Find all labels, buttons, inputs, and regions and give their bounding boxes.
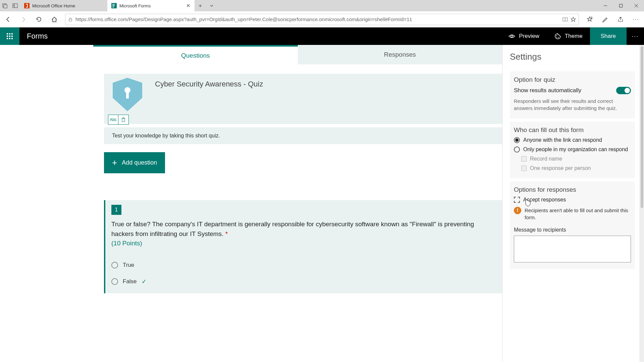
tab-chevron-icon[interactable] — [206, 0, 217, 11]
responses-heading: Options for responses — [514, 186, 631, 193]
question-number: 1 — [111, 205, 121, 215]
settings-group-quiz: Option for quiz Show results automatical… — [510, 71, 635, 118]
image-delete-button[interactable] — [118, 115, 128, 124]
svg-rect-10 — [620, 4, 623, 7]
app-header: Forms Preview Theme Share ··· — [0, 27, 644, 45]
home-button[interactable] — [50, 15, 59, 24]
close-tab-icon[interactable]: ✕ — [186, 3, 191, 9]
tab-aside-icon[interactable] — [11, 2, 19, 9]
answer-false[interactable]: False ✓ — [111, 278, 502, 285]
share-page-icon[interactable] — [616, 15, 625, 24]
question-text: True or false? The company's IT departme… — [105, 215, 502, 248]
svg-rect-2 — [13, 4, 17, 8]
form-designer: Questions Responses Abc Cyber Security A… — [93, 45, 502, 362]
address-bar[interactable]: https://forms.office.com/Pages/DesignPag… — [65, 14, 579, 25]
vertical-scrollbar[interactable]: ▴ — [640, 45, 644, 362]
quiz-heading: Option for quiz — [514, 76, 631, 83]
show-results-toggle[interactable] — [616, 87, 631, 94]
record-name-option: Record name — [521, 156, 631, 162]
refresh-button[interactable] — [34, 15, 44, 24]
one-response-label: One response per person — [530, 165, 591, 171]
waffle-icon — [7, 33, 13, 39]
svg-rect-4 — [24, 3, 30, 8]
accept-responses-warning: ! Recipients aren't able to fill out and… — [514, 207, 631, 221]
tab-responses-label: Responses — [384, 51, 416, 58]
app-launcher-button[interactable] — [0, 27, 19, 45]
tab-responses[interactable]: Responses — [298, 45, 502, 64]
tab-title: Microsoft Office Home — [32, 3, 75, 8]
svg-point-18 — [511, 35, 513, 37]
tab-actions-icon[interactable] — [1, 2, 9, 9]
browser-tab-office-home[interactable]: Microsoft Office Home — [20, 0, 107, 11]
app-name[interactable]: Forms — [19, 32, 55, 41]
radio-icon — [111, 278, 118, 285]
browser-tab-forms[interactable]: Microsoft Forms ✕ — [107, 0, 195, 11]
warning-text: Recipients aren't able to fill out and s… — [525, 207, 631, 221]
reading-view-icon[interactable] — [562, 17, 568, 22]
window-maximize-button[interactable] — [613, 0, 629, 11]
theme-button[interactable]: Theme — [547, 27, 590, 45]
svg-rect-1 — [4, 5, 7, 8]
svg-rect-22 — [122, 118, 125, 122]
accept-responses-option[interactable]: Accept responses — [514, 197, 631, 203]
office-favicon — [24, 3, 30, 8]
svg-point-19 — [556, 35, 557, 36]
radio-icon — [514, 146, 520, 153]
add-question-label: Add question — [122, 159, 157, 166]
preview-icon — [508, 33, 516, 40]
forms-favicon — [111, 3, 117, 8]
tab-title: Microsoft Forms — [119, 3, 151, 8]
svg-point-20 — [556, 37, 557, 38]
preview-label: Preview — [519, 33, 539, 40]
message-textarea[interactable] — [514, 236, 631, 262]
question-card-1[interactable]: 1 True or false? The company's IT depart… — [104, 200, 502, 293]
required-marker: * — [225, 230, 228, 237]
browser-toolbar: https://forms.office.com/Pages/DesignPag… — [0, 11, 644, 27]
new-tab-button[interactable]: ＋ — [195, 0, 206, 11]
scrollbar-thumb[interactable] — [641, 47, 643, 208]
form-description[interactable]: Test your knowledge by taking this short… — [104, 127, 502, 144]
who-heading: Who can fill out this form — [514, 126, 631, 134]
plus-icon: + — [112, 158, 117, 168]
answer-true[interactable]: True — [111, 262, 502, 268]
svg-rect-6 — [112, 4, 115, 5]
settings-title: Settings — [502, 52, 640, 68]
forward-button — [19, 15, 28, 24]
window-close-button[interactable] — [629, 0, 644, 11]
notes-icon[interactable] — [600, 15, 610, 24]
theme-label: Theme — [565, 33, 583, 40]
radio-selected-icon — [514, 137, 520, 143]
tab-questions[interactable]: Questions — [93, 45, 298, 64]
svg-point-21 — [558, 37, 559, 38]
image-tools: Abc — [108, 115, 129, 125]
lock-icon — [68, 17, 73, 22]
share-button[interactable]: Share — [590, 27, 627, 45]
form-title[interactable]: Cyber Security Awareness - Quiz — [151, 74, 269, 124]
record-name-label: Record name — [530, 156, 562, 162]
svg-rect-13 — [69, 19, 72, 21]
header-more-button[interactable]: ··· — [627, 27, 644, 45]
svg-rect-8 — [112, 7, 114, 7]
form-header-card[interactable]: Abc Cyber Security Awareness - Quiz — [104, 74, 502, 124]
show-results-label: Show results automatically — [514, 87, 581, 94]
window-minimize-button[interactable] — [598, 0, 613, 11]
answer-label: False — [123, 278, 137, 285]
browser-more-icon[interactable]: ··· — [631, 15, 641, 24]
show-results-hint: Responders will see their results and co… — [514, 98, 631, 112]
who-anyone-label: Anyone with the link can respond — [523, 137, 602, 143]
who-anyone-option[interactable]: Anyone with the link can respond — [514, 137, 631, 143]
add-question-button[interactable]: + Add question — [104, 152, 165, 173]
favorite-star-icon[interactable] — [571, 17, 576, 22]
tab-questions-label: Questions — [181, 52, 210, 59]
question-body: True or false? The company's IT departme… — [111, 221, 474, 237]
who-org-label: Only people in my organization can respo… — [523, 146, 628, 153]
checkbox-focused-icon — [514, 197, 520, 203]
accept-responses-label: Accept responses — [523, 197, 566, 203]
image-alt-text-button[interactable]: Abc — [108, 115, 118, 124]
back-button[interactable] — [3, 15, 13, 24]
preview-button[interactable]: Preview — [501, 27, 546, 45]
favorites-list-icon[interactable] — [585, 15, 594, 24]
checkbox-icon — [521, 166, 527, 171]
share-label: Share — [601, 33, 616, 40]
who-org-option[interactable]: Only people in my organization can respo… — [514, 146, 631, 153]
